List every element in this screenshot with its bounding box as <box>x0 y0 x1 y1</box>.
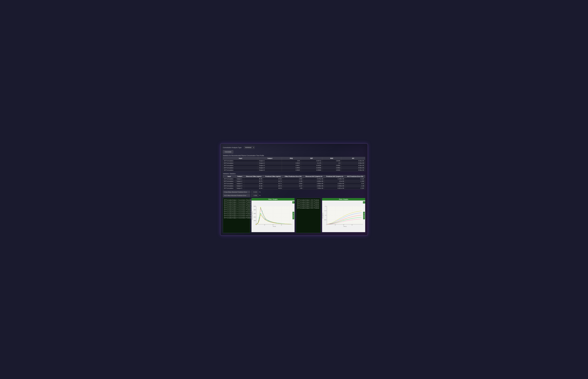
validation-cell: -5.64 <box>345 182 365 185</box>
stats-table-row: ER FormulationSubject 10.990.057120.8545… <box>223 160 365 162</box>
chart2-plot-options[interactable]: Plot Options <box>363 212 365 219</box>
chart2-plus-btn[interactable]: + <box>363 201 365 204</box>
svg-text:0: 0 <box>255 224 256 225</box>
legend-item: ER FormulationSubject 5 Concentration Pr… <box>224 217 249 219</box>
validation-cell: 6.821e+06 <box>324 187 345 190</box>
stats-cell: 8.59e+09 <box>341 162 365 164</box>
stats-cell: ER Formulation <box>223 162 258 164</box>
svg-text:Time (h): Time (h) <box>273 226 276 227</box>
stats-cell: Subject 1 <box>258 160 282 162</box>
validation-cell: ER Formulation <box>223 180 236 182</box>
svg-text:0: 0 <box>327 224 327 225</box>
legend-item: ER FormulationSubject 3 Concentration Ob… <box>224 207 249 209</box>
validation-table: Input Subject Observed CMax (ng/mL) Pred… <box>223 175 365 190</box>
stats-cell: 0.05869 <box>301 169 322 171</box>
top-controls: Convolution Analysis Type Individual Pop… <box>223 146 365 149</box>
left-legend: ER FormulationSubject 1 Concentration Ob… <box>223 198 250 233</box>
validation-cell: ER Formulation <box>223 185 236 187</box>
chart1-block: Plots / Graphs + Plot Options <box>252 198 295 233</box>
validation-cell: 4.5e+06 <box>324 180 345 182</box>
validation-cell: 4.579e+06 <box>303 178 324 180</box>
svg-text:Concentration (ng/mL): Concentration (ng/mL) <box>252 211 253 220</box>
stats-table-row: ER FormulationSubject 20.95150.11751.98.… <box>223 162 365 164</box>
chart2-area: 2·10⁶ 1.5·10⁶ 1·10⁶ 500000 0 0 20 40 60 … <box>322 201 365 232</box>
convolute-button[interactable]: Convolute <box>223 150 233 154</box>
svg-text:10000: 10000 <box>254 220 256 221</box>
col-input: Input <box>223 157 258 160</box>
cmax-error-label: Cmax Mean Absolute Prediction Error <box>223 191 250 193</box>
legend-item: ER FormulationSubject 2 Concentration Pr… <box>224 205 249 207</box>
vcol-cmax-err: CMax Prediction Error [%] <box>283 175 303 178</box>
right-legend: ER FormulationSubject 1 AUC PredictedER … <box>296 198 321 233</box>
stats-cell: 0.6853 <box>322 167 341 169</box>
validation-cell: ER Formulation <box>223 182 236 185</box>
stats-cell: 0.04255 <box>301 164 322 167</box>
svg-text:1·10⁶: 1·10⁶ <box>325 215 327 216</box>
stats-table-title: Statistics for Reconstructed Plasma Conc… <box>223 155 365 157</box>
legend-item: ER FormulationSubject 4 Concentration Ob… <box>224 211 249 213</box>
chart1-plot-options[interactable]: Plot Options <box>293 212 294 219</box>
stats-table: Input Subject RSQ SEP MAE AIC ER Formula… <box>223 157 365 171</box>
stats-table-row: ER FormulationSubject 30.99170.042550.66… <box>223 164 365 167</box>
validation-cell: 4.566e+06 <box>303 180 324 182</box>
legend-item: ER FormulationSubject 2 Concentration Ob… <box>224 203 249 205</box>
validation-section: Validation Statistics Input Subject Obse… <box>223 173 365 190</box>
stats-cell: ER Formulation <box>223 169 258 171</box>
svg-text:30000: 30000 <box>254 213 256 214</box>
validation-cell: 35.75 <box>244 180 263 182</box>
stats-cell: 8.59e+09 <box>341 167 365 169</box>
bottom-section: ER FormulationSubject 1 Concentration Ob… <box>223 198 365 233</box>
svg-text:40: 40 <box>343 224 344 225</box>
validation-cell: -3.318 <box>345 187 365 190</box>
auc-error-unit: % <box>259 195 261 196</box>
col-rsq: RSQ <box>282 157 301 160</box>
validation-cell: 46.59 <box>263 187 283 190</box>
validation-cell: 37.02 <box>263 178 283 180</box>
svg-rect-0 <box>256 206 292 224</box>
stats-table-row: ER FormulationSubject 40.98440.049460.68… <box>223 167 365 169</box>
svg-text:2·10⁶: 2·10⁶ <box>325 206 327 207</box>
chart1-plus-btn[interactable]: + <box>292 201 295 204</box>
analysis-type-label: Convolution Analysis Type <box>223 147 242 148</box>
analysis-type-dropdown-wrapper[interactable]: Individual Population <box>244 146 255 149</box>
svg-text:40000: 40000 <box>254 209 256 210</box>
validation-cell: 7.056e+06 <box>303 187 324 190</box>
auc-error-row: AUC Mean Absolute Prediction Error 3.599… <box>223 194 365 197</box>
legend-item: ER FormulationSubject 1 AUC Predicted <box>297 199 319 201</box>
svg-text:60: 60 <box>281 224 282 225</box>
validation-cell: 31.71 <box>263 182 283 185</box>
stats-cell: 0.9515 <box>322 169 341 171</box>
stats-cell: 0.6664 <box>322 164 341 167</box>
validation-table-row: ER FormulationSubject 544.9546.593.657.0… <box>223 187 365 190</box>
legend-item: ER FormulationSubject 3 Concentration Pr… <box>224 209 249 211</box>
svg-text:Time (h): Time (h) <box>343 226 347 227</box>
stats-cell: 1.9 <box>322 162 341 164</box>
validation-cell: 29.69 <box>244 182 263 185</box>
svg-rect-40 <box>327 206 363 224</box>
stats-cell: 0.9917 <box>282 164 301 167</box>
main-container: Convolution Analysis Type Individual Pop… <box>220 143 368 236</box>
stats-cell: 0.1175 <box>301 162 322 164</box>
cmax-error-row: Cmax Mean Absolute Prediction Error 8.13… <box>223 191 365 193</box>
vcol-obs-auc: Observed AUC ((ng/mL)·h) <box>303 175 324 178</box>
validation-cell: 3.65 <box>283 187 303 190</box>
stats-cell: Subject 4 <box>258 167 282 169</box>
validation-cell: 2.982 <box>283 178 303 180</box>
chart2-svg: 2·10⁶ 1.5·10⁶ 1·10⁶ 500000 0 0 20 40 60 … <box>322 201 365 232</box>
col-subject: Subject <box>258 157 282 160</box>
validation-table-row: ER FormulationSubject 425.3628.7213.272.… <box>223 185 365 187</box>
legend-item: ER FormulationSubject 3 AUC Predicted <box>297 203 319 205</box>
vcol-subject: Subject <box>236 175 244 178</box>
validation-title: Validation Statistics <box>223 173 365 174</box>
validation-cell: Subject 2 <box>236 180 244 182</box>
svg-text:1.5·10⁶: 1.5·10⁶ <box>324 210 327 211</box>
analysis-type-select[interactable]: Individual Population <box>244 146 255 149</box>
cmax-error-unit: % <box>259 191 261 193</box>
stats-cell: 0.9929 <box>282 169 301 171</box>
legend-item: ER FormulationSubject 1 Concentration Pr… <box>224 201 249 203</box>
legend-item: ER FormulationSubject 5 AUC Predicted <box>297 207 319 209</box>
validation-cell: Subject 5 <box>236 187 244 190</box>
stats-cell: ER Formulation <box>223 160 258 162</box>
col-sep: SEP <box>301 157 322 160</box>
cmax-error-value: 8.131 <box>251 191 258 193</box>
